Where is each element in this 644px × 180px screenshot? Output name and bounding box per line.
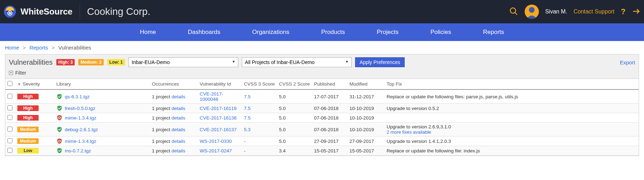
avatar[interactable] [525,5,539,19]
cvss2-value: 5.0 [279,115,286,121]
row-checkbox[interactable] [7,148,12,153]
shield-icon [56,126,63,133]
nav-dashboards[interactable]: Dashboards [188,29,221,36]
project-select[interactable]: All Projects of Inbar-EUA-Demo [242,57,352,67]
published-date: 15-05-2017 [314,148,338,153]
shield-icon [56,115,63,121]
table-row: Highqs-6.3.1.tgz1 project detailsCVE-201… [5,89,639,104]
help-icon[interactable]: ? [621,7,626,16]
select-all-checkbox[interactable] [7,81,12,86]
nav-policies[interactable]: Policies [431,29,451,36]
severity-badge: High [17,105,39,111]
breadcrumb-home[interactable]: Home [5,45,19,51]
vulnerabilities-table: ▼Severity Library Occurrences Vulnerabil… [5,79,639,156]
vuln-id-link[interactable]: CVE-2017-16119 [200,106,236,111]
row-checkbox[interactable] [7,127,12,132]
library-link[interactable]: debug-2.6.1.tgz [65,127,98,132]
cvss2-value: 5.0 [279,139,286,144]
table-row: Mediumdebug-2.6.1.tgz1 project detailsCV… [5,123,639,137]
sort-desc-icon: ▼ [17,82,21,86]
row-checkbox[interactable] [7,94,12,99]
table-head: ▼Severity Library Occurrences Vulnerabil… [5,79,639,89]
shield-icon [56,105,63,111]
nav-reports[interactable]: Reports [483,29,504,36]
nav-projects[interactable]: Projects [377,29,398,36]
search-icon[interactable] [509,7,518,17]
row-checkbox[interactable] [7,115,12,120]
nav-home[interactable]: Home [140,29,156,36]
nav-organizations[interactable]: Organizations [252,29,289,36]
cvss3-value: - [244,148,246,153]
details-link[interactable]: details [172,127,186,132]
topbar-right: Sivan M. Contact Support ? [509,5,640,19]
published-date: 17-07-2017 [314,94,338,99]
occurrences-text: 1 project [152,115,172,121]
breadcrumb: Home > Reports > Vulnerabilities [0,41,644,54]
apply-preferences-button[interactable]: Apply Preferences [355,57,405,67]
library-link[interactable]: mime-1.3.4.tgz [65,115,96,121]
shield-icon [56,147,63,154]
vuln-id-link[interactable]: CVE-2017-16137 [200,127,236,132]
badge-low: Low: 1 [107,59,125,65]
export-link[interactable]: Export [620,59,635,65]
topfix-text: Replace or update the following file: in… [387,148,480,153]
library-link[interactable]: mime-1.3.4.tgz [65,139,96,144]
row-checkbox[interactable] [7,138,12,143]
cvss3-link[interactable]: 7.5 [244,106,251,111]
product-select[interactable]: Inbar-EUA-Demo [129,57,238,67]
col-library[interactable]: Library [54,79,150,89]
vuln-id-link[interactable]: WS-2017-0247 [200,148,232,153]
col-topfix[interactable]: Top Fix [384,79,639,89]
badge-medium: Medium: 2 [78,59,103,65]
table-row: Highmime-1.3.4.tgz1 project detailsCVE-2… [5,113,639,123]
breadcrumb-sep: > [23,45,26,51]
details-link[interactable]: details [172,115,186,121]
col-vuln-id[interactable]: Vulnerability Id [198,79,242,89]
details-link[interactable]: details [172,94,186,99]
published-date: 07-06-2018 [314,106,338,111]
vulnerabilities-panel: Vulnerabilities High: 3 Medium: 2 Low: 1… [5,54,639,156]
more-fixes-link[interactable]: 2 more fixes available [387,129,431,135]
details-link[interactable]: details [172,106,186,111]
col-severity[interactable]: ▼Severity [15,79,54,89]
arrow-right-icon[interactable] [632,7,640,17]
panel-header-row1: Vulnerabilities High: 3 Medium: 2 Low: 1… [9,57,635,67]
breadcrumb-reports[interactable]: Reports [29,45,48,51]
username[interactable]: Sivan M. [545,8,567,15]
nav-products[interactable]: Products [321,29,345,36]
row-checkbox[interactable] [7,105,12,110]
details-link[interactable]: details [172,148,186,153]
library-link[interactable]: ms-0.7.2.tgz [65,148,91,153]
vuln-id-link[interactable]: CVE-2017-1000048 [200,91,223,102]
expand-filter-icon[interactable]: + [9,71,13,75]
severity-badge: High [17,94,39,99]
library-link[interactable]: qs-6.3.1.tgz [65,94,90,99]
severity-badge: Medium [17,138,39,144]
org-name[interactable]: Cooking Corp. [87,6,150,17]
topfix-text: Upgrade to version 0.5.2 [387,106,439,111]
filter-label[interactable]: Filter [15,70,26,76]
page-title: Vulnerabilities [9,58,53,66]
library-link[interactable]: fresh-0.5.0.tgz [65,106,95,111]
col-published[interactable]: Published [312,79,347,89]
details-link[interactable]: details [172,139,186,144]
cvss3-link[interactable]: 7.5 [244,115,251,121]
shield-icon [56,138,63,144]
svg-rect-4 [9,13,11,14]
col-cvss2[interactable]: CVSS 2 Score [277,79,312,89]
col-cvss3[interactable]: CVSS 3 Score [242,79,277,89]
filter-row: + Filter [9,70,635,76]
col-occurrences[interactable]: Occurrences [150,79,198,89]
severity-badge: Medium [17,127,39,132]
modified-date: 10-10-2019 [349,106,374,111]
contact-support-link[interactable]: Contact Support [574,8,615,15]
vuln-id-link[interactable]: WS-2017-0330 [200,139,232,144]
cvss3-link[interactable]: 7.5 [244,94,251,99]
cvss3-link[interactable]: 5.3 [244,127,251,132]
occurrences-text: 1 project [152,106,172,111]
vuln-id-link[interactable]: CVE-2017-16138 [200,115,236,121]
col-modified[interactable]: Modified [347,79,384,89]
table-row: Lowms-0.7.2.tgz1 project detailsWS-2017-… [5,146,639,156]
cvss2-value: 5.0 [279,127,286,132]
divider [80,5,80,19]
